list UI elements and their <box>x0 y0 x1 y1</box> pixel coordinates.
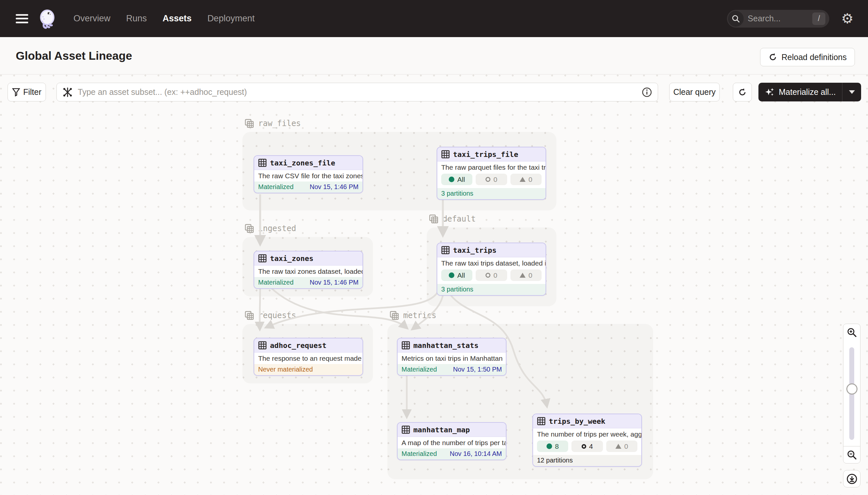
partitions-failed-pill[interactable]: 0 <box>510 174 542 185</box>
download-icon <box>846 473 857 484</box>
asset-node-trips-by-week[interactable]: trips_by_week The number of trips per we… <box>532 414 642 467</box>
failed-triangle-icon <box>520 177 526 182</box>
failed-triangle-icon <box>520 273 526 278</box>
top-nav: Overview Runs Assets Deployment / ⚙ <box>0 0 868 37</box>
status-badge: Materialized <box>258 279 294 286</box>
status-badge: Materialized <box>402 366 437 373</box>
asset-node-adhoc-request[interactable]: adhoc_request The response to an request… <box>253 338 363 376</box>
partitions-failed-pill[interactable]: 0 <box>606 441 637 452</box>
materialization-timestamp[interactable]: Nov 16, 10:14 AM <box>450 450 502 458</box>
asset-description: The raw taxi zones dataset, loaded int..… <box>254 266 362 277</box>
reload-definitions-button[interactable]: Reload definitions <box>760 48 855 66</box>
nav-assets[interactable]: Assets <box>163 14 192 24</box>
zoom-slider-handle[interactable] <box>846 383 857 395</box>
zoom-in-icon <box>847 327 857 338</box>
table-icon <box>258 158 267 167</box>
sparkles-icon <box>765 87 775 97</box>
zoom-out-button[interactable] <box>843 446 861 463</box>
asset-name: taxi_zones_file <box>270 159 335 167</box>
nav-deployment[interactable]: Deployment <box>207 14 254 24</box>
group-label-requests[interactable]: requests <box>244 310 296 320</box>
partitions-failed-pill[interactable]: 0 <box>510 270 542 281</box>
table-icon <box>441 150 450 158</box>
materialization-timestamp[interactable]: Nov 15, 1:46 PM <box>310 279 358 286</box>
nav-overview[interactable]: Overview <box>73 14 110 24</box>
partitions-missing-pill[interactable]: 4 <box>571 441 603 452</box>
query-info-icon[interactable] <box>642 87 652 98</box>
asset-group-icon <box>244 119 254 129</box>
asset-description: A map of the number of trips per taxi z.… <box>397 437 506 448</box>
dagster-logo-icon[interactable] <box>37 8 58 29</box>
settings-gear-icon[interactable]: ⚙ <box>841 12 854 25</box>
search-input[interactable] <box>748 14 800 23</box>
filter-button[interactable]: Filter <box>7 83 46 101</box>
asset-query <box>56 83 658 101</box>
asset-group-icon <box>244 224 254 233</box>
table-icon <box>441 246 450 254</box>
slash-shortcut-badge: / <box>812 13 825 25</box>
asset-node-taxi-trips[interactable]: taxi_trips The raw taxi trips dataset, l… <box>437 243 546 296</box>
lineage-canvas[interactable]: Filter Clear query <box>0 74 868 495</box>
asset-description: The raw parquet files for the taxi trips… <box>437 161 546 173</box>
asset-description: The response to an request made in th... <box>254 353 362 364</box>
materialization-timestamp[interactable]: Nov 15, 1:50 PM <box>453 366 502 373</box>
asset-graph-icon <box>62 87 73 98</box>
materialize-dropdown-toggle[interactable] <box>842 83 861 101</box>
asset-node-taxi-trips-file[interactable]: taxi_trips_file The raw parquet files fo… <box>437 147 546 200</box>
refresh-button[interactable] <box>733 83 752 101</box>
global-search[interactable]: / <box>727 10 829 28</box>
materialize-all-main[interactable]: Materialize all... <box>758 87 842 97</box>
table-icon <box>537 417 546 425</box>
partitions-materialized-pill[interactable]: 8 <box>537 441 568 452</box>
materialize-all-button[interactable]: Materialize all... <box>758 83 861 101</box>
zoom-out-icon <box>847 450 857 460</box>
download-image-button[interactable] <box>843 470 861 488</box>
asset-node-manhattan-map[interactable]: manhattan_map A map of the number of tri… <box>397 422 507 460</box>
asset-name: manhattan_map <box>413 426 470 434</box>
nav-links: Overview Runs Assets Deployment <box>73 14 254 24</box>
reload-icon <box>768 52 777 62</box>
partitions-missing-pill[interactable]: 0 <box>476 174 507 185</box>
asset-name: taxi_trips_file <box>453 150 518 158</box>
asset-name: manhattan_stats <box>413 341 479 349</box>
menu-icon[interactable] <box>16 14 28 23</box>
status-badge: Materialized <box>402 450 437 458</box>
chevron-down-icon <box>849 90 855 94</box>
materialized-dot-icon <box>449 272 454 278</box>
partitions-materialized-pill[interactable]: All <box>441 174 472 185</box>
asset-name: taxi_trips <box>453 246 496 254</box>
clear-query-button[interactable]: Clear query <box>669 83 720 101</box>
refresh-icon <box>738 88 747 97</box>
zoom-in-button[interactable] <box>843 324 861 341</box>
asset-description: The raw CSV file for the taxi zones dat.… <box>254 170 362 182</box>
materialization-timestamp[interactable]: Nov 15, 1:46 PM <box>310 183 358 191</box>
group-label-raw-files[interactable]: raw_files <box>244 119 301 129</box>
missing-circle-icon <box>485 273 491 278</box>
nav-runs[interactable]: Runs <box>126 14 147 24</box>
missing-circle-icon <box>582 444 586 449</box>
table-icon <box>258 254 267 262</box>
group-label-metrics[interactable]: metrics <box>389 310 436 320</box>
asset-query-input[interactable] <box>56 83 658 101</box>
asset-node-taxi-zones[interactable]: taxi_zones The raw taxi zones dataset, l… <box>253 251 363 289</box>
filter-funnel-icon <box>12 88 20 97</box>
asset-name: taxi_zones <box>270 254 313 262</box>
page-header: Global Asset Lineage Reload definitions <box>0 37 868 74</box>
table-icon <box>402 341 410 349</box>
materialized-dot-icon <box>449 176 454 182</box>
partitions-count: 12 partitions <box>537 457 573 464</box>
partitions-missing-pill[interactable]: 0 <box>476 270 507 281</box>
status-badge: Materialized <box>258 183 294 191</box>
asset-node-manhattan-stats[interactable]: manhattan_stats Metrics on taxi trips in… <box>397 338 507 376</box>
search-icon <box>728 11 744 27</box>
asset-description: The number of trips per week, aggreg... <box>533 428 641 440</box>
asset-node-taxi-zones-file[interactable]: taxi_zones_file The raw CSV file for the… <box>253 155 363 193</box>
group-label-default[interactable]: default <box>429 214 476 224</box>
asset-group-icon <box>429 214 439 224</box>
zoom-slider[interactable] <box>843 341 861 446</box>
page-title: Global Asset Lineage <box>16 49 132 62</box>
asset-group-icon <box>389 310 399 320</box>
asset-group-icon <box>244 310 254 320</box>
group-label-ingested[interactable]: ingested <box>244 224 296 233</box>
partitions-materialized-pill[interactable]: All <box>441 270 472 281</box>
